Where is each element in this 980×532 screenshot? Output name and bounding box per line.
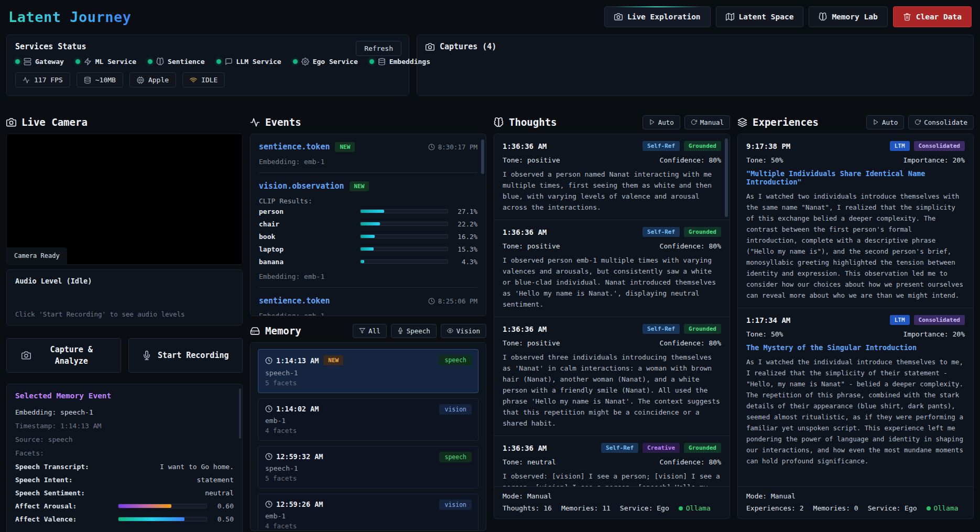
thoughts-stats: Thoughts: 16 Memories: 11 Service: Ego O… [503, 504, 721, 512]
experiences-title: Experiences [753, 116, 819, 128]
selected-memory-source: Source: speech [15, 433, 234, 447]
live-camera-header: Live Camera [6, 115, 243, 129]
layers-icon [737, 117, 747, 127]
thought-text: I observed three individuals introducing… [503, 352, 721, 429]
thought-meta: Tone: positive Confidence: 80% [503, 339, 721, 347]
service-sentience: Sentience [148, 58, 204, 66]
memory-filters: All Speech Vision [353, 324, 486, 338]
thought-header: 1:36:36 AM Self-Ref Grounded [503, 324, 721, 334]
experience-tone: Tone: 50% [746, 330, 783, 338]
thoughts-mode: Mode: Manual [503, 492, 721, 500]
clear-data-button[interactable]: Clear Data [893, 6, 972, 27]
memory-title: Memory [265, 325, 301, 336]
camera-feed: Camera Ready [6, 134, 243, 265]
speech-tag: speech [439, 452, 472, 462]
experience-meta: Tone: 50% Importance: 20% [746, 156, 965, 164]
self-ref-badge: Self-Ref [643, 141, 680, 151]
scrollbar[interactable] [481, 139, 484, 174]
service-ego: Ego Service [293, 58, 358, 66]
service-label: Gateway [35, 58, 64, 66]
experiences-header: Experiences Auto Consolidate [737, 115, 974, 129]
event-header: sentience.token NEW 8:30:17 PM [259, 140, 477, 153]
thoughts-auto-button[interactable]: Auto [643, 115, 680, 129]
memory-timestamp: 1:14:13 AM [265, 356, 319, 365]
clip-row: chair 22.2% [259, 218, 477, 230]
thought-header: 1:36:36 AM Self-Ref Grounded [503, 141, 721, 151]
latent-journey-app: Latent Journey Live Exploration Latent S… [0, 0, 980, 532]
nav-latent-space[interactable]: Latent Space [716, 6, 804, 27]
captures-panel: Captures (4) [417, 35, 974, 96]
memory-item[interactable]: 12:59:26 AM emb-1 4 facets vision [258, 494, 478, 531]
scrollbar[interactable] [239, 388, 241, 439]
event-embedding: Embedding: emb-1 [259, 312, 477, 316]
status-dot [15, 59, 20, 64]
clip-bar [360, 209, 448, 213]
memories-count: Memories: 11 [561, 504, 611, 512]
memory-facet-count: 5 facets [265, 474, 471, 482]
refresh-button[interactable]: Refresh [356, 41, 401, 56]
filter-all-button[interactable]: All [353, 324, 387, 338]
status-row: Services Status Refresh Gateway ML Servi… [0, 30, 980, 96]
idle-stat: IDLE [182, 72, 225, 88]
experience-meta: Tone: 50% Importance: 20% [746, 330, 965, 338]
nav-label: Memory Lab [832, 13, 877, 21]
memory-facet-count: 4 facets [265, 427, 471, 435]
capture-analyze-button[interactable]: Capture & Analyze [6, 338, 121, 373]
event-embedding: Embedding: emb-1 [259, 158, 477, 166]
experience-header: 1:17:34 AM LTM Consolidated [746, 315, 965, 325]
grounded-badge: Grounded [684, 324, 721, 334]
memory-item[interactable]: 1:14:02 AM emb-1 4 facets vision [258, 398, 478, 441]
facet-value: I want to Go home. [160, 460, 234, 473]
creative-badge: Creative [643, 443, 680, 453]
start-recording-button[interactable]: Start Recording [128, 338, 243, 373]
experience-header: 9:17:38 PM LTM Consolidated [746, 141, 965, 151]
database-icon [378, 58, 386, 66]
facet-value: statement [197, 473, 234, 486]
consolidated-badge: Consolidated [914, 141, 965, 151]
clip-bar [360, 234, 448, 238]
drive-icon [250, 326, 260, 336]
camera-actions: Capture & Analyze Start Recording [6, 338, 243, 373]
facet-value: 0.50 [212, 513, 234, 526]
nav-live-exploration[interactable]: Live Exploration [604, 6, 711, 27]
memory-id: speech-1 [265, 464, 471, 472]
memory-item[interactable]: 1:14:13 AM NEW speech-1 5 facets speech [258, 349, 478, 393]
clip-bar [360, 259, 448, 264]
memory-panel: 1:14:13 AM NEW speech-1 5 facets speech … [250, 342, 486, 531]
mic-icon [142, 351, 151, 360]
consolidate-button[interactable]: Consolidate [908, 115, 974, 129]
experience-title: "Multiple Individuals Share Identical Na… [746, 169, 965, 186]
database-icon [84, 77, 91, 84]
nav-label: Latent Space [739, 13, 794, 21]
grounded-badge: Grounded [684, 227, 721, 237]
service-gateway: Gateway [15, 58, 64, 66]
memory-header: Memory All Speech Vision [250, 323, 486, 338]
activity-icon [23, 77, 30, 84]
thoughts-column: Thoughts Auto Manual 1:36:3 [494, 115, 730, 532]
thoughts-manual-button[interactable]: Manual [684, 115, 730, 129]
event-item: vision.observation NEW CLIP Results: per… [259, 172, 477, 280]
experiences-column: Experiences Auto Consolidate [737, 115, 974, 532]
service-name: Service: Ego [620, 504, 669, 512]
experience-entry: 1:17:34 AM LTM Consolidated Tone: 50% Im… [738, 308, 973, 473]
memory-item[interactable]: 12:59:32 AM speech-1 5 facets speech [258, 446, 478, 488]
selected-memory-panel: Selected Memory Event Embedding: speech-… [6, 384, 243, 532]
facet-label: Speech Intent: [15, 473, 197, 486]
cog-icon [301, 58, 309, 66]
vision-tag: vision [439, 500, 472, 510]
experience-title: The Mystery of the Singular Introduction [746, 343, 965, 352]
memory-facet-count: 5 facets [265, 379, 471, 387]
status-dot [148, 59, 153, 64]
thought-meta: Tone: positive Confidence: 80% [503, 242, 721, 250]
facet-value: 0.60 [212, 500, 234, 513]
server-icon [24, 58, 31, 66]
facet-label: Affect Arousal: [15, 500, 118, 513]
events-panel: sentience.token NEW 8:30:17 PM Embedding… [250, 134, 486, 316]
filter-vision-button[interactable]: Vision [441, 324, 486, 338]
scrollbar[interactable] [725, 138, 728, 217]
experiences-auto-button[interactable]: Auto [866, 115, 904, 129]
zap-icon [84, 58, 92, 66]
nav-memory-lab[interactable]: Memory Lab [809, 6, 887, 27]
memory-facet-count: 4 facets [265, 522, 471, 530]
filter-speech-button[interactable]: Speech [391, 324, 437, 338]
